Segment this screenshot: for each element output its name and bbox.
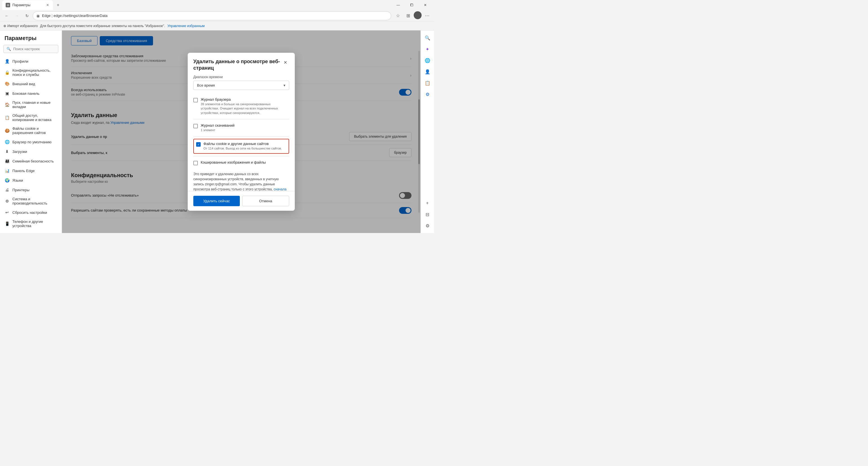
downloads-checkbox-text: Журнал скачиваний 1 элемент (200, 123, 235, 132)
sidebar-item-label: Панель Edge (12, 169, 35, 173)
printers-icon: 🖨 (4, 187, 9, 193)
sidebar-item-label: Внешний вид (12, 82, 35, 86)
title-bar: ⚙ Параметры ✕ + — ⧠ ✕ (0, 0, 434, 10)
sidebar-item-phone[interactable]: 📱 Телефон и другие устройства (0, 217, 62, 230)
more-button[interactable]: ⋯ (423, 11, 432, 20)
sidebar-panel-icon: ▣ (4, 91, 9, 96)
nav-right-buttons: ☆ ⊞ ⋯ (394, 11, 432, 20)
tab-favicon: ⚙ (6, 3, 10, 7)
modal-overlay: Удалить данные о просмотре веб-страниц ✕… (62, 30, 421, 233)
sidebar-item-sharing[interactable]: 📋 Общий доступ, копирование и вставка (0, 111, 62, 124)
import-favorites[interactable]: ⊕ Импорт избранного (3, 24, 38, 28)
maximize-button[interactable]: ⧠ (405, 0, 418, 10)
sidebar-item-label: Браузер по умолчанию (12, 140, 52, 144)
sidebar-item-accessibility[interactable]: ♿ Специальные возможности (0, 230, 62, 233)
time-range-select[interactable]: Все время ▾ (193, 81, 289, 90)
sidebar-item-label: Языки (12, 178, 23, 182)
refresh-button[interactable]: ↻ (23, 11, 32, 20)
downloads-checkbox-label: Журнал скачиваний (200, 123, 235, 127)
modal-footer: Удалить сейчас Отмена (188, 191, 295, 211)
clipboard-sidebar-icon[interactable]: 📋 (423, 78, 433, 88)
favorites-button[interactable]: ☆ (394, 11, 402, 20)
sidebar-item-profiles[interactable]: 👤 Профили (0, 56, 62, 66)
close-button[interactable]: ✕ (419, 0, 432, 10)
modal-close-button[interactable]: ✕ (281, 58, 289, 66)
sidebar-item-label: Профили (12, 59, 28, 63)
sidebar-item-downloads[interactable]: ⬇ Загрузки (0, 147, 62, 156)
favorites-bar-desc: Для быстрого доступа поместите избранные… (40, 24, 165, 28)
cookies-checkbox[interactable]: ✓ (196, 142, 200, 147)
import-icon: ⊕ (3, 24, 6, 28)
search-icon: 🔍 (6, 47, 11, 51)
back-button[interactable]: ← (2, 11, 11, 20)
sidebar-item-label: Телефон и другие устройства (12, 220, 57, 228)
checkbox-divider-2 (193, 136, 289, 137)
sidebar-item-family[interactable]: 👨‍👩‍👧 Семейная безопасность (0, 156, 62, 166)
cache-checkbox-label: Кэшированные изображения и файлы (200, 160, 266, 165)
search-sidebar-icon[interactable]: 🔍 (423, 33, 433, 43)
downloads-checkbox[interactable] (193, 124, 198, 128)
manage-favorites-link[interactable]: Управление избранным (167, 24, 205, 28)
collections-button[interactable]: ⊞ (404, 11, 412, 20)
time-range-value: Все время (197, 83, 215, 87)
phone-icon: 📱 (4, 221, 9, 226)
sidebar-item-reset[interactable]: ↩ Сбросить настройки (0, 208, 62, 217)
sidebar-item-label: Пуск, главная и новые вкладки (12, 100, 57, 109)
minimize-button[interactable]: — (392, 0, 405, 10)
cookies-icon: 🍪 (4, 128, 9, 133)
active-tab[interactable]: ⚙ Параметры ✕ (2, 0, 53, 10)
profiles-icon: 👤 (4, 59, 9, 64)
sidebar-item-new-tab[interactable]: 🏠 Пуск, главная и новые вкладки (0, 98, 62, 111)
settings-sidebar: Параметры 🔍 👤 Профили 🔒 Конфиденциальнос… (0, 30, 62, 233)
forward-button[interactable]: → (12, 11, 22, 20)
cookies-checkbox-desc: От 114 сайтов. Выход из сети на большинс… (204, 146, 282, 151)
sidebar-item-appearance[interactable]: 🎨 Внешний вид (0, 79, 62, 89)
right-sidebar: 🔍 ✦ 🌐 👤 📋 ⚙ + ⊟ ⚙ (421, 30, 434, 233)
sidebar-item-languages[interactable]: 🌍 Языки (0, 175, 62, 185)
copilot-icon[interactable]: ✦ (423, 44, 433, 54)
edge-logo-icon: ◉ (36, 13, 40, 18)
new-tab-button[interactable]: + (54, 1, 62, 9)
edge-settings-sidebar-icon[interactable]: ⚙ (423, 89, 433, 99)
tab-title: Параметры (12, 3, 43, 7)
collections-sidebar-icon[interactable]: 🌐 (423, 55, 433, 65)
profile-button[interactable] (414, 11, 422, 19)
browser-content: Параметры 🔍 👤 Профили 🔒 Конфиденциальнос… (0, 30, 434, 233)
sidebar-bottom-icon[interactable]: ⊟ (423, 209, 433, 220)
cookies-checkbox-text: Файлы cookie и другие данные сайтов От 1… (204, 142, 282, 151)
address-bar[interactable]: ◉ Edge | edge://settings/clearBrowserDat… (33, 11, 391, 20)
profile-sidebar-icon[interactable]: 👤 (423, 66, 433, 77)
sidebar-item-label: Общий доступ, копирование и вставка (12, 113, 57, 122)
reset-icon: ↩ (4, 210, 9, 215)
cache-checkbox[interactable] (193, 161, 198, 165)
search-input[interactable] (13, 47, 55, 51)
tab-close-button[interactable]: ✕ (45, 3, 50, 8)
history-checkbox-text: Журнал браузера 39 элементов и больше на… (200, 97, 289, 115)
gear-sidebar-icon[interactable]: ⚙ (423, 221, 433, 231)
sidebar-item-label: Семейная безопасность (12, 159, 54, 163)
checkbox-item-downloads: Журнал скачиваний 1 элемент (193, 120, 289, 135)
sidebar-item-edge-bar[interactable]: 📊 Панель Edge (0, 166, 62, 175)
sidebar-item-cookies[interactable]: 🍪 Файлы cookie и разрешения сайтов (0, 124, 62, 137)
privacy-icon: 🔒 (4, 70, 9, 75)
time-range-label: Диапазон времени (193, 75, 289, 79)
checkbox-item-history: Журнал браузера 39 элементов и больше на… (193, 94, 289, 118)
checkbox-check-icon: ✓ (197, 143, 200, 146)
sidebar-item-sidebar-panel[interactable]: ▣ Боковая панель (0, 89, 62, 98)
history-checkbox[interactable] (193, 98, 198, 103)
sidebar-item-label: Конфиденциальность, поиск и службы (12, 68, 57, 77)
favorites-bar: ⊕ Импорт избранного Для быстрого доступа… (0, 22, 434, 30)
new-tab-icon: 🏠 (4, 102, 9, 107)
sidebar-item-privacy[interactable]: 🔒 Конфиденциальность, поиск и службы (0, 66, 62, 79)
nav-bar: ← → ↻ ◉ Edge | edge://settings/clearBrow… (0, 10, 434, 22)
delete-now-button[interactable]: Удалить сейчас (193, 196, 240, 206)
sidebar-item-system[interactable]: ⚙ Система и производительность (0, 195, 62, 208)
sidebar-item-printers[interactable]: 🖨 Принтеры (0, 185, 62, 195)
browser-frame: ⚙ Параметры ✕ + — ⧠ ✕ ← → ↻ ◉ Edge | edg… (0, 0, 434, 233)
sidebar-item-default-browser[interactable]: 🌐 Браузер по умолчанию (0, 137, 62, 147)
cancel-button[interactable]: Отмена (242, 196, 289, 206)
customize-sidebar-icon[interactable]: + (423, 198, 433, 208)
checkbox-item-cookies: ✓ Файлы cookie и другие данные сайтов От… (193, 139, 289, 153)
sidebar-search-box[interactable]: 🔍 (3, 45, 58, 53)
sidebar-item-label: Загрузки (12, 149, 27, 154)
